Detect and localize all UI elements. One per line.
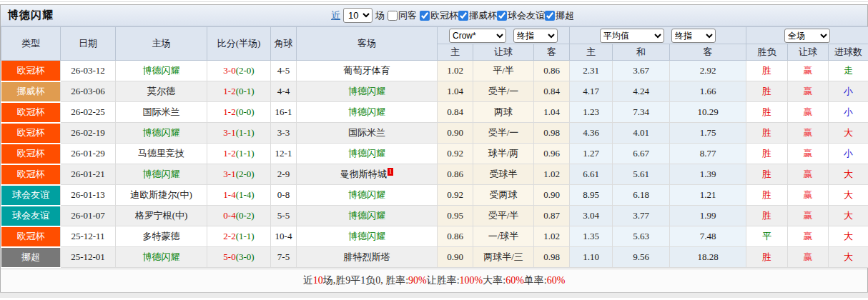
result-scope-select[interactable]: 全场 bbox=[784, 29, 830, 43]
league-filter-checkbox[interactable] bbox=[545, 11, 555, 21]
handicap-line: 平/半 bbox=[473, 61, 534, 81]
match-row: 欧冠杯 26-01-21 博德闪耀 3-1(2-0) 2-9 曼彻斯特城1 0.… bbox=[1, 164, 868, 185]
recent-link[interactable]: 近 bbox=[331, 9, 340, 22]
league-filter-checkbox[interactable] bbox=[420, 11, 430, 21]
result-handicap: 赢 bbox=[788, 226, 829, 247]
league-filter-欧冠杯[interactable]: 欧冠杯 bbox=[420, 9, 458, 22]
away-team[interactable]: 博德闪耀 bbox=[297, 206, 438, 226]
league-filter-球会友谊[interactable]: 球会友谊 bbox=[497, 9, 545, 22]
score-fulltime: 3-1 bbox=[223, 127, 235, 138]
league-badge: 球会友谊 bbox=[1, 206, 61, 226]
handicap-home-odds: 0.92 bbox=[438, 144, 473, 164]
league-filter-label: 欧冠杯 bbox=[430, 9, 458, 22]
average-stage-select[interactable]: 终指 bbox=[671, 29, 716, 43]
subcol-result-wdl: 胜负 bbox=[746, 44, 788, 61]
bookmaker-select[interactable]: Crow* bbox=[449, 29, 506, 43]
subcol-avg-away: 客 bbox=[670, 44, 746, 61]
same-away-filter[interactable]: 同客 bbox=[388, 9, 417, 22]
league-badge: 挪威杯 bbox=[1, 81, 61, 102]
corner-score: 5-5 bbox=[271, 206, 297, 226]
average-select[interactable]: 平均值 bbox=[600, 29, 664, 43]
home-team[interactable]: 博德闪耀 bbox=[116, 61, 207, 81]
match-date: 25-12-01 bbox=[61, 247, 116, 268]
handicap-home-odds: 0.90 bbox=[438, 247, 473, 268]
home-team[interactable]: 多特蒙德 bbox=[116, 226, 207, 247]
recent-count-select[interactable]: 10 bbox=[343, 8, 373, 23]
home-team[interactable]: 国际米兰 bbox=[116, 102, 207, 123]
result-handicap: 赢 bbox=[788, 123, 829, 144]
avg-draw-odds: 9.56 bbox=[613, 247, 670, 268]
score-fulltime: 1-2 bbox=[223, 86, 235, 96]
away-team[interactable]: 博德闪耀 bbox=[297, 81, 438, 102]
summary-value: 60% bbox=[547, 275, 566, 286]
avg-draw-odds: 3.67 bbox=[613, 61, 670, 81]
home-team[interactable]: 博德闪耀 bbox=[116, 247, 207, 268]
home-team[interactable]: 博德闪耀 bbox=[116, 123, 207, 144]
league-filter-checkbox[interactable] bbox=[497, 11, 507, 21]
score-halftime: (1-4) bbox=[236, 189, 255, 200]
away-team[interactable]: 国际米兰 bbox=[297, 123, 438, 144]
subcol-handicap-away: 客 bbox=[534, 44, 570, 61]
avg-draw-odds: 4.24 bbox=[613, 81, 670, 102]
handicap-home-odds: 0.95 bbox=[438, 206, 473, 226]
corner-score: 4-4 bbox=[271, 81, 297, 102]
result-wdl: 胜 bbox=[746, 81, 788, 102]
filter-controls: 近 10 场 同客 欧冠杯挪威杯球会友谊挪超 bbox=[331, 8, 574, 23]
avg-away-odds: 18.28 bbox=[670, 247, 746, 268]
league-filter-label: 挪超 bbox=[556, 9, 574, 22]
result-handicap: 赢 bbox=[788, 164, 829, 185]
match-row: 球会友谊 26-01-07 格罗宁根(中) 0-4(0-2) 5-5 博德闪耀 … bbox=[1, 206, 868, 226]
away-team[interactable]: 葡萄牙体育 bbox=[297, 61, 438, 81]
avg-home-odds: 1.27 bbox=[570, 144, 613, 164]
summary-bar: 近10场,胜9平1负0, 胜率:90% 让胜率:100% 大率:60% 单率:6… bbox=[1, 269, 867, 292]
match-date: 26-01-29 bbox=[61, 144, 116, 164]
subcol-result-handicap: 让球 bbox=[788, 44, 829, 61]
col-header-date: 日期 bbox=[61, 27, 116, 61]
summary-label: 近 bbox=[303, 274, 313, 287]
score-halftime: (0-1) bbox=[236, 86, 255, 96]
match-row: 欧冠杯 26-01-29 马德里竞技 1-2(1-1) 12-1 博德闪耀 0.… bbox=[1, 144, 868, 164]
col-header-away: 客场 bbox=[297, 27, 438, 61]
league-badge: 欧冠杯 bbox=[1, 61, 61, 81]
avg-home-odds: 2.31 bbox=[570, 61, 613, 81]
home-team[interactable]: 格罗宁根(中) bbox=[116, 206, 207, 226]
league-filter-挪超[interactable]: 挪超 bbox=[545, 9, 574, 22]
score-halftime: (0-2) bbox=[236, 210, 255, 221]
result-wdl: 胜 bbox=[746, 164, 788, 185]
match-row: 挪超 25-12-01 博德闪耀 5-0(3-0) 7-5 腓特烈斯塔 0.90… bbox=[1, 247, 868, 268]
home-team[interactable]: 莫尔德 bbox=[116, 81, 207, 102]
avg-away-odds: 1.21 bbox=[670, 185, 746, 206]
away-team[interactable]: 博德闪耀 bbox=[297, 185, 438, 206]
away-team[interactable]: 博德闪耀 bbox=[297, 102, 438, 123]
score-fulltime: 3-0 bbox=[223, 65, 235, 76]
corner-score: 2-9 bbox=[271, 164, 297, 185]
result-wdl: 胜 bbox=[746, 206, 788, 226]
corner-score: 16-1 bbox=[271, 102, 297, 123]
away-team[interactable]: 博德闪耀 bbox=[297, 226, 438, 247]
handicap-home-odds: 1.04 bbox=[438, 81, 473, 102]
score-halftime: (3-0) bbox=[236, 251, 255, 262]
handicap-away-odds: 0.98 bbox=[534, 247, 570, 268]
league-filter-checkbox[interactable] bbox=[458, 11, 468, 21]
away-team[interactable]: 腓特烈斯塔 bbox=[297, 247, 438, 268]
handicap-home-odds: 0.92 bbox=[438, 185, 473, 206]
result-handicap: 赢 bbox=[788, 102, 829, 123]
score-fulltime: 1-2 bbox=[223, 148, 235, 159]
handicap-away-odds: 0.98 bbox=[534, 123, 570, 144]
bottom-strip bbox=[0, 292, 868, 298]
handicap-stage-select[interactable]: 终指 bbox=[513, 29, 558, 43]
average-group-header: 平均值 终指 bbox=[570, 27, 746, 44]
match-row: 欧冠杯 25-12-11 多特蒙德 2-2(1-1) 10-4 博德闪耀 0.8… bbox=[1, 226, 868, 247]
result-handicap: 赢 bbox=[788, 144, 829, 164]
result-goals: 大 bbox=[829, 185, 868, 206]
col-header-corner: 角球 bbox=[271, 27, 297, 61]
away-team[interactable]: 博德闪耀 bbox=[297, 144, 438, 164]
league-badge: 欧冠杯 bbox=[1, 102, 61, 123]
same-away-checkbox[interactable] bbox=[388, 11, 398, 21]
league-filter-挪威杯[interactable]: 挪威杯 bbox=[458, 9, 497, 22]
home-team[interactable]: 迪欧斯捷尔(中) bbox=[116, 185, 207, 206]
away-team[interactable]: 曼彻斯特城1 bbox=[297, 164, 438, 185]
home-team[interactable]: 马德里竞技 bbox=[116, 144, 207, 164]
home-team[interactable]: 博德闪耀 bbox=[116, 164, 207, 185]
handicap-line: 受半/一 bbox=[473, 81, 534, 102]
